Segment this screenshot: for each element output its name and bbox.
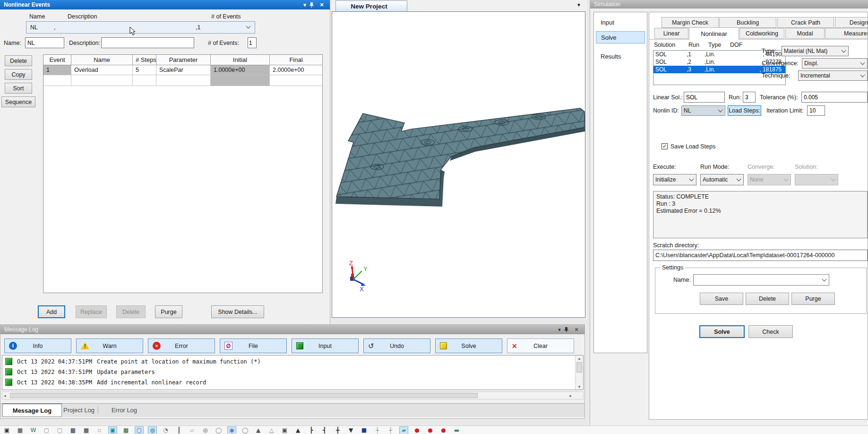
column-header[interactable]: # Steps: [133, 55, 156, 65]
taskbar-icon[interactable]: ◉: [228, 427, 236, 434]
taskbar-icon[interactable]: ▣: [3, 427, 11, 434]
show-details-button[interactable]: Show Details...: [211, 305, 264, 318]
log-entries-area[interactable]: Oct 13 2022 04:37:51PM Create point at l…: [2, 355, 584, 390]
taskbar-icon[interactable]: ╋: [334, 427, 342, 434]
tab-crack-path[interactable]: Crack Path: [777, 17, 834, 28]
technique-dropdown[interactable]: Incremental: [798, 70, 868, 81]
tolerance-input[interactable]: [801, 92, 868, 103]
nav-item-input[interactable]: Input: [596, 16, 645, 28]
taskbar-icon[interactable]: ▫: [95, 427, 103, 434]
column-header[interactable]: Initial: [211, 55, 270, 65]
solve-button[interactable]: Solve: [699, 325, 745, 338]
scroll-down-icon[interactable]: ▾: [576, 384, 583, 389]
filter-warn-button[interactable]: ! Warn: [76, 339, 143, 353]
horizontal-scrollbar[interactable]: ◂ ▸: [2, 391, 584, 399]
check-button[interactable]: Check: [748, 325, 793, 338]
column-header[interactable]: Parameter: [156, 55, 211, 65]
panel-menu-icon[interactable]: ▾: [301, 2, 309, 8]
taskbar-icon[interactable]: △: [267, 427, 275, 434]
description-input[interactable]: [101, 37, 194, 48]
filter-info-button[interactable]: i Info: [4, 339, 71, 353]
add-button[interactable]: Add: [38, 305, 65, 318]
tab-coldworking[interactable]: Coldworking: [739, 28, 784, 39]
taskbar-icon[interactable]: ▦: [122, 427, 130, 434]
taskbar-icon[interactable]: ▼: [347, 427, 355, 434]
tab-measurement[interactable]: Measurer: [825, 28, 868, 39]
taskbar-icon[interactable]: ┃: [175, 427, 183, 434]
sequence-button[interactable]: Sequence: [1, 96, 35, 107]
solution-dropdown[interactable]: [795, 174, 838, 185]
taskbar-icon[interactable]: ┼: [373, 427, 381, 434]
parameter-cell[interactable]: [156, 75, 211, 86]
convergence-dropdown[interactable]: Displ.: [802, 58, 868, 69]
tab-buckling[interactable]: Buckling: [719, 17, 776, 28]
final-cell[interactable]: [270, 75, 322, 86]
nav-item-results[interactable]: Results: [596, 50, 645, 62]
nonlin-id-dropdown[interactable]: NL: [681, 105, 725, 116]
replace-button[interactable]: Replace: [76, 305, 107, 318]
scrollbar-thumb[interactable]: [576, 362, 582, 373]
event-cell[interactable]: [43, 75, 71, 86]
taskbar-icon[interactable]: W: [29, 427, 37, 434]
log-entry[interactable]: Oct 13 2022 04:37:51PM Update parameters: [5, 368, 155, 375]
taskbar-icon[interactable]: ◍: [148, 427, 156, 434]
tab-modal[interactable]: Modal: [785, 28, 825, 39]
pin-icon[interactable]: [564, 327, 572, 333]
tab-margin-check[interactable]: Margin Check: [662, 17, 719, 28]
taskbar-icon[interactable]: ▦: [82, 427, 90, 434]
column-header[interactable]: Event: [43, 55, 71, 65]
tab-new-project[interactable]: New Project: [335, 0, 407, 12]
settings-save-button[interactable]: Save: [700, 293, 743, 305]
name-cell[interactable]: [71, 75, 133, 86]
model-canvas[interactable]: Z Y X: [332, 11, 585, 318]
tab-linear[interactable]: Linear: [654, 28, 688, 39]
taskbar-icon[interactable]: ▲: [254, 427, 262, 434]
nav-item-solve[interactable]: Solve: [596, 31, 645, 43]
name-input[interactable]: [25, 37, 64, 48]
clear-log-button[interactable]: ✕ Clear: [507, 339, 574, 353]
settings-purge-button[interactable]: Purge: [791, 293, 835, 305]
taskbar-icon[interactable]: ■: [360, 427, 368, 434]
taskbar-icon[interactable]: ▢: [135, 427, 143, 434]
initial-cell[interactable]: 1.0000e+00: [211, 65, 270, 75]
taskbar-icon[interactable]: ▱: [188, 427, 196, 434]
filter-file-button[interactable]: Ø File: [220, 339, 287, 353]
final-cell[interactable]: 2.0000e+00: [270, 65, 322, 75]
panel-menu-icon[interactable]: ▾: [555, 327, 564, 333]
tab-error-log[interactable]: Error Log: [100, 404, 149, 416]
scroll-right-icon[interactable]: ▸: [569, 393, 572, 398]
tab-nonlinear[interactable]: Nonlinear: [689, 27, 739, 40]
taskbar-icon[interactable]: ◔: [162, 427, 170, 434]
filter-solve-button[interactable]: Solve: [435, 339, 502, 353]
steps-cell[interactable]: [133, 75, 156, 86]
converge-dropdown[interactable]: None: [748, 174, 791, 185]
log-entry[interactable]: Oct 13 2022 04:37:51PM Create point at l…: [5, 358, 261, 365]
taskbar-icon[interactable]: ◎: [201, 427, 209, 434]
taskbar-icon[interactable]: ▢: [56, 427, 64, 434]
run-input[interactable]: [743, 92, 756, 103]
taskbar-icon[interactable]: ▰: [400, 427, 408, 434]
scroll-left-icon[interactable]: ◂: [4, 393, 6, 398]
tab-design-study[interactable]: Design Str: [835, 17, 868, 28]
taskbar-icon[interactable]: ▣: [281, 427, 289, 434]
solution-listbox[interactable]: SOL,1,Lin., 44190 SOL,2,Lin., 97278 SOL,…: [653, 50, 786, 85]
log-entry[interactable]: Oct 13 2022 04:38:35PM Add incremental n…: [5, 379, 206, 386]
parameter-cell[interactable]: ScalePar: [156, 65, 211, 75]
linear-sol-input[interactable]: [684, 92, 725, 103]
save-load-steps-checkbox[interactable]: ✓: [662, 143, 668, 149]
execute-dropdown[interactable]: Initialize: [653, 174, 696, 185]
taskbar-icon[interactable]: ◯: [241, 427, 249, 434]
name-cell[interactable]: Overload: [71, 65, 133, 75]
column-header[interactable]: Name: [71, 55, 133, 65]
taskbar-icon[interactable]: ●: [439, 427, 447, 434]
filter-error-button[interactable]: ✕ Error: [148, 339, 215, 353]
table-row[interactable]: 1 Overload 5 ScalePar 1.0000e+00 2.0000e…: [43, 65, 322, 75]
taskbar-icon[interactable]: ◯: [215, 427, 223, 434]
tab-list-caret-icon[interactable]: ▼: [576, 2, 581, 8]
load-steps-button[interactable]: Load Steps:: [728, 105, 761, 116]
event-set-combobox[interactable]: NL , ,1: [26, 21, 255, 34]
table-row-empty[interactable]: [43, 75, 322, 86]
taskbar-icon[interactable]: ┼: [387, 427, 395, 434]
column-header[interactable]: Final: [270, 55, 322, 65]
taskbar-icon[interactable]: ●: [426, 427, 434, 434]
